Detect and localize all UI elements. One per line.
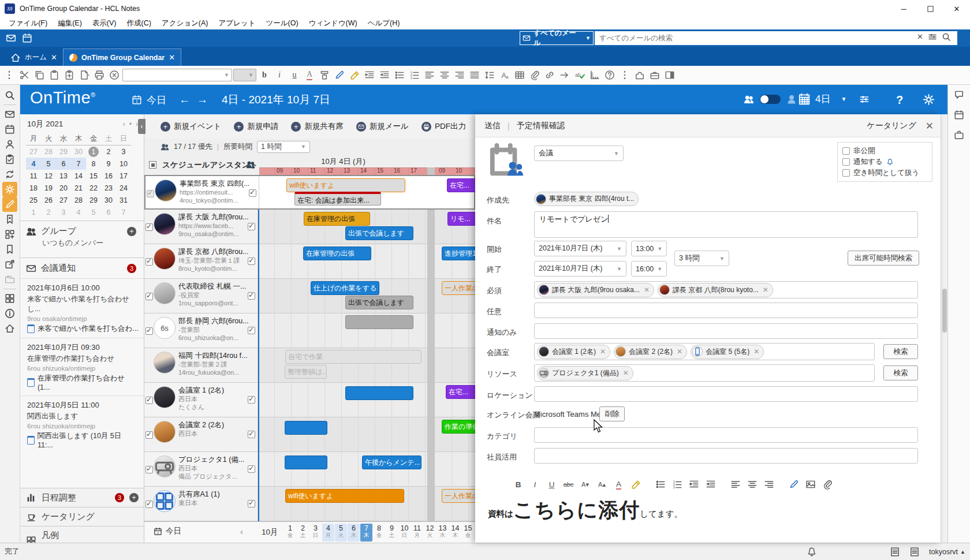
toolbar-bullet-list[interactable] [393, 68, 406, 82]
mini-calendar-day[interactable]: 2 [101, 145, 116, 158]
duration-dropdown[interactable]: 3 時間▼ [674, 251, 729, 266]
mini-calendar-day[interactable]: 5 [41, 158, 56, 170]
group-selected-label[interactable]: いつものメンバー [20, 238, 144, 252]
strip-day[interactable]: 10日 [398, 524, 411, 542]
mini-calendar-day[interactable]: 17 [116, 170, 131, 182]
sidebar-catering[interactable]: ケータリング [20, 507, 144, 526]
row-select-checkbox[interactable] [146, 466, 153, 473]
view-span-label[interactable]: 4日 [815, 92, 830, 106]
editor-outdent[interactable] [703, 477, 718, 491]
mini-calendar-day[interactable]: 3 [56, 206, 71, 218]
row-visible-checkbox[interactable] [248, 431, 255, 438]
menu-item[interactable]: ウィンドウ(W) [304, 18, 363, 28]
row-visible-checkbox[interactable] [249, 189, 256, 197]
toolbar-paste-special[interactable] [62, 68, 76, 82]
editor-attachment[interactable] [820, 477, 834, 491]
attendee-chip[interactable]: 会議室 1 (2名)✕ [537, 345, 610, 359]
toolbar-copy[interactable] [32, 68, 46, 82]
confirm-schedule-button[interactable]: 予定情報確認 [517, 121, 565, 131]
chip-remove-icon[interactable]: ✕ [623, 369, 629, 377]
toolbar-link[interactable] [543, 68, 557, 82]
rooms-search-button[interactable]: 検索 [883, 344, 918, 359]
resource-search-button[interactable]: 検索 [883, 365, 918, 380]
mini-calendar-day[interactable]: 23 [101, 182, 116, 194]
mini-calendar-day[interactable]: 24 [116, 182, 131, 194]
mini-calendar-day[interactable]: 22 [86, 182, 101, 194]
rail-apps-button[interactable] [2, 227, 17, 242]
strip-day[interactable]: 13水 [436, 524, 449, 542]
help-icon[interactable]: ? [896, 94, 903, 107]
toolbar-close-doc[interactable] [107, 68, 121, 82]
row-visible-checkbox[interactable] [248, 257, 255, 265]
row-select-checkbox[interactable] [146, 293, 153, 300]
editor-number-list[interactable]: 123 [670, 477, 684, 491]
prev-arrow-icon[interactable]: ← [179, 94, 190, 106]
tab-ontime-group-calendar[interactable]: OnTime Group Calendar✕ [63, 48, 181, 66]
editor-pen[interactable] [786, 477, 801, 491]
toolbar-print[interactable] [92, 68, 106, 82]
toolbar-pen[interactable] [333, 68, 346, 82]
panel-close-icon[interactable]: ✕ [926, 120, 934, 132]
rail-bookmark-button[interactable] [2, 242, 17, 257]
toolbar-highlighter[interactable] [348, 68, 361, 82]
mini-calendar-day[interactable]: 4 [71, 206, 86, 218]
toolbar-panes[interactable] [663, 68, 677, 82]
editor-align-right[interactable] [762, 477, 776, 491]
mini-calendar-today-dot-icon[interactable]: • [129, 120, 132, 128]
group-section-title[interactable]: グループ [41, 226, 76, 237]
view-toggle[interactable] [760, 95, 781, 104]
notice-link[interactable]: 関西出張します (10月 5日 11:... [27, 431, 139, 449]
employee-field[interactable] [534, 448, 918, 464]
mini-calendar-day[interactable]: 15 [86, 170, 101, 182]
strip-today-button[interactable]: 1 今日 [154, 526, 181, 536]
timeline-event[interactable]: 在宅: 会議は参加出来... [294, 192, 381, 206]
toolbar-align-right[interactable] [453, 68, 467, 82]
today-button[interactable]: 今日 [147, 94, 166, 107]
mini-calendar-day[interactable]: 27 [26, 145, 41, 158]
menu-item[interactable]: 編集(E) [53, 18, 87, 28]
category-field[interactable] [534, 427, 918, 443]
rail-home-button[interactable] [2, 321, 17, 336]
meeting-notice-item[interactable]: 2021年10月5日 11:00関西出張します6rou shizuoka/ont… [20, 395, 144, 453]
right-rail-briefcase-button[interactable] [954, 130, 964, 142]
start-time-dropdown[interactable]: 13:00▼ [631, 241, 667, 256]
editor-bold[interactable]: B [511, 477, 525, 491]
mini-calendar-day[interactable]: 9 [101, 158, 116, 170]
timeline-event[interactable] [345, 315, 413, 329]
send-button[interactable]: 送信 [484, 121, 501, 131]
sidebar-schedule-adjust[interactable]: 日程調整3+ [20, 488, 144, 507]
panel-scrollbar[interactable] [941, 114, 947, 543]
end-date-dropdown[interactable]: 2021年10月7日 (木)▼ [534, 261, 626, 277]
add-group-button[interactable]: + [127, 227, 136, 236]
editor-strike[interactable]: abc [561, 477, 576, 491]
availability-search-button[interactable]: 出席可能時間検索 [848, 251, 919, 266]
timeline-event[interactable]: 整理整頓は... [285, 365, 327, 379]
action-print[interactable]: PDF出力 [421, 121, 466, 132]
toolbar-ruler[interactable] [588, 68, 602, 82]
row-visible-checkbox[interactable] [248, 500, 255, 507]
attendee-chip[interactable]: プロジェクタ1 (備品)✕ [537, 366, 633, 380]
mini-calendar-day[interactable]: 26 [41, 194, 56, 206]
row-select-checkbox[interactable] [146, 397, 153, 404]
close-button[interactable]: ✕ [943, 0, 970, 17]
toolbar-attachment[interactable] [528, 68, 542, 82]
toolbar-outdent[interactable] [378, 68, 391, 82]
editor-indent[interactable] [687, 477, 701, 491]
duration-dropdown[interactable]: 1 時間▼ [257, 141, 310, 153]
strip-day[interactable]: 5火 [335, 524, 347, 542]
toolbar-align-left[interactable] [423, 68, 436, 82]
calendar-today-icon[interactable]: 1 [132, 95, 142, 105]
server-location-indicator[interactable]: tokyosrvt▲ [929, 548, 965, 556]
editor-bullet-list[interactable] [653, 477, 667, 491]
flag-checkbox[interactable] [842, 147, 850, 155]
mini-calendar-day[interactable]: 10 [116, 158, 131, 170]
attendee-chip[interactable]: 事業部長 東京 四郎(4rou t... [534, 192, 639, 206]
editor-text-color[interactable]: A [611, 477, 626, 491]
mini-calendar-day[interactable]: 1 [86, 145, 101, 158]
row-select-checkbox[interactable] [147, 190, 154, 197]
mini-calendar-day[interactable]: 18 [26, 182, 41, 194]
toolbar-indent[interactable] [363, 68, 376, 82]
editor-font-bigger[interactable]: A▴ [595, 477, 609, 491]
settings-gear-icon[interactable] [923, 94, 935, 106]
mini-calendar-day[interactable]: 30 [101, 194, 116, 206]
